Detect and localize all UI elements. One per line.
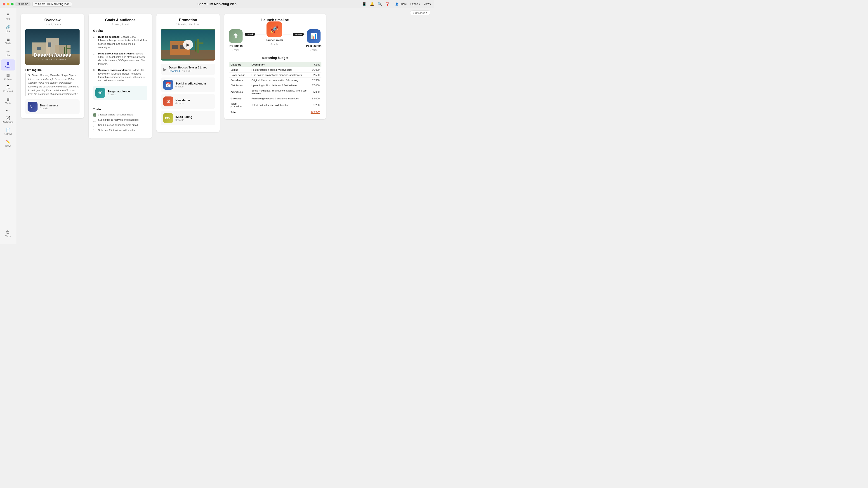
pre-launch-cards: 0 cards [232, 49, 239, 51]
board-icon: ⊞ [6, 61, 9, 66]
sidebar-item-line[interactable]: ✏ Line [1, 47, 15, 59]
play-button[interactable]: ▶ [183, 40, 193, 50]
cards-grid: Overview 1 board, 2 cards [21, 13, 430, 138]
sidebar-item-more[interactable]: ••• [1, 107, 15, 113]
goal-num-2: 2. [93, 52, 96, 66]
tab-doc[interactable]: ◻ Short Film Marketing Plan [32, 2, 72, 6]
todo-checkbox-3[interactable] [93, 124, 96, 127]
todo-text-4: Schedule 2 interviews with media [98, 129, 135, 131]
sidebar-item-add-image[interactable]: 🖼 Add image [1, 114, 15, 125]
table-row: Soundtrack Original film score compositi… [229, 78, 321, 83]
share-button[interactable]: 👤 Share [395, 2, 407, 6]
svg-rect-13 [199, 42, 204, 44]
newsletter-row[interactable]: ✉ Newsletter 0 cards [161, 94, 215, 109]
imdb-icon: IMDb [163, 113, 173, 123]
sidebar-item-column[interactable]: ▦ Column [1, 71, 15, 83]
social-calendar-info: Social media calendar 0 cards [176, 82, 206, 88]
todo-item-3[interactable]: Send a launch announcement email [93, 124, 147, 127]
target-audience-row[interactable]: 👁 Target audience 0 cards [93, 86, 147, 100]
budget-cell-cost: $2,500 [309, 78, 321, 83]
todo-text-1: 3 teaser trailers for social media. [98, 113, 134, 116]
target-audience-name: Target audience [107, 90, 130, 93]
table-row: Cover design Film poster, promotional gr… [229, 72, 321, 78]
target-icon: 👁 [95, 88, 105, 98]
lt-line-2: 3 weeks [283, 35, 306, 35]
pre-launch-label: Pre launch [229, 44, 243, 47]
todo-text-2: Submit film to festivals and platforms [98, 119, 138, 121]
maximize-button[interactable] [11, 3, 13, 5]
todo-item-1[interactable]: ✓ 3 teaser trailers for social media. [93, 113, 147, 117]
view-label: View [424, 2, 430, 6]
budget-cell-desc: Social media ads, YouTube campaigns, and… [250, 88, 309, 96]
minimize-button[interactable] [7, 3, 9, 5]
titlebar: ⊞ Home ◻ Short Film Marketing Plan Short… [0, 0, 434, 8]
post-launch-icon: 📊 [307, 29, 320, 43]
doc-icon: ◻ [35, 2, 37, 6]
sidebar-item-comment[interactable]: 💬 Comment [1, 84, 15, 94]
budget-cell-cost: $3,000 [309, 96, 321, 101]
search-icon[interactable]: 🔍 [377, 2, 382, 6]
sidebar-item-trash[interactable]: 🗑 Trash [4, 228, 12, 239]
budget-col-description: Description [250, 62, 309, 67]
sidebar-item-todo[interactable]: ☰ To-do [1, 35, 15, 46]
titlebar-icons: 📱 🔔 🔍 ❓ [362, 2, 390, 6]
export-button[interactable]: Export ▾ [410, 2, 420, 6]
unsorted-badge[interactable]: 0 Unsorted ▾ [410, 10, 430, 15]
share-label: Share [399, 2, 407, 6]
brand-assets-row[interactable]: 🛡 Brand assets 0 cards [25, 99, 80, 114]
budget-total-row: Total $14,500 [229, 109, 321, 115]
sidebar-item-upload[interactable]: 📄 Upload [1, 126, 15, 137]
week1-badge: 1 week [245, 33, 255, 36]
budget-table-body: Editing Post-production editing (video/a… [229, 67, 321, 115]
video-size: 16.1 MB [182, 70, 191, 72]
budget-cell-cat: Giveaway [229, 96, 250, 101]
todo-checkbox-4[interactable] [93, 129, 96, 132]
video-download-link[interactable]: Download [169, 70, 180, 72]
svg-rect-14 [195, 41, 196, 52]
tab-home[interactable]: ⊞ Home [16, 2, 31, 6]
view-button[interactable]: View ▾ [424, 2, 431, 6]
imdb-row[interactable]: IMDb IMDB listing 0 words [161, 111, 215, 125]
todo-icon: ☰ [6, 37, 10, 41]
sidebar-item-column-label: Column [4, 78, 12, 80]
newsletter-icon: ✉ [163, 96, 173, 106]
sidebar-item-board[interactable]: ⊞ Board [1, 59, 15, 70]
film-title-text: Desert Houses [25, 52, 80, 58]
promo-video-thumbnail[interactable]: ▶ [161, 29, 215, 61]
budget-cell-cat: Editing [229, 67, 250, 72]
video-file-icon: ▶ [163, 67, 166, 72]
bell-icon: 🔔 [370, 2, 374, 6]
video-info: Desert Houses Teaser 01.mov Download · 1… [169, 66, 207, 72]
social-calendar-name: Social media calendar [176, 82, 206, 85]
more-icon: ••• [6, 109, 10, 111]
goal3-bold: Generate reviews and buzz: [98, 69, 131, 71]
budget-cell-desc: Talent and influencer collaboration [250, 101, 309, 109]
sidebar-item-add-image-label: Add image [3, 121, 13, 123]
table-icon: ⊟ [6, 97, 9, 101]
todo-checkbox-2[interactable] [93, 119, 96, 122]
budget-col-category: Category [229, 62, 250, 67]
goals-section-label: Goals: [93, 29, 147, 33]
chevron-down-icon: ▾ [430, 2, 431, 6]
goals-title: Goals & audience [93, 18, 147, 22]
launch-week-label: Launch week [266, 39, 283, 42]
sidebar-item-draw[interactable]: ✏️ Draw [1, 138, 15, 149]
todo-item-4[interactable]: Schedule 2 interviews with media [93, 129, 147, 132]
brand-assets-name: Brand assets [40, 104, 58, 107]
sidebar-item-link[interactable]: 🔗 Link [1, 23, 15, 35]
overview-title: Overview [25, 18, 80, 22]
unsorted-label: 0 Unsorted [413, 11, 425, 14]
budget-table: Category Description Cost Editing Post-p… [229, 62, 321, 115]
note-icon: ≡ [7, 12, 9, 17]
close-button[interactable] [3, 3, 5, 5]
help-icon[interactable]: ❓ [385, 2, 390, 6]
social-calendar-row[interactable]: 📅 Social media calendar 0 cards [161, 77, 215, 92]
add-image-icon: 🖼 [6, 116, 10, 120]
share-icon: 👤 [395, 2, 399, 6]
line-icon: ✏ [6, 49, 9, 54]
todo-item-2[interactable]: Submit film to festivals and platforms [93, 119, 147, 122]
sidebar-item-table[interactable]: ⊟ Table [1, 95, 15, 106]
budget-table-header: Category Description Cost [229, 62, 321, 67]
todo-checkbox-1[interactable]: ✓ [93, 113, 96, 117]
sidebar-item-note[interactable]: ≡ Note [1, 10, 15, 22]
